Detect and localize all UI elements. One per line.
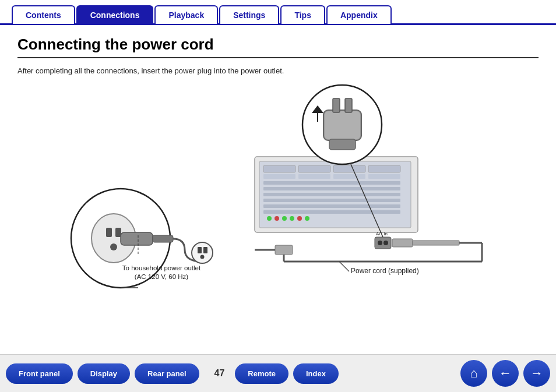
home-button[interactable]: ⌂ xyxy=(460,360,487,387)
svg-rect-46 xyxy=(198,247,202,253)
svg-point-45 xyxy=(192,242,213,263)
svg-rect-38 xyxy=(106,228,112,237)
svg-point-25 xyxy=(383,241,388,245)
svg-line-35 xyxy=(339,262,349,271)
display-button[interactable]: Display xyxy=(78,363,130,384)
svg-point-24 xyxy=(378,241,382,245)
svg-rect-15 xyxy=(263,210,400,214)
svg-rect-10 xyxy=(263,181,400,185)
nav-tabs: Contents Connections Playback Settings T… xyxy=(0,0,556,25)
svg-rect-11 xyxy=(263,187,400,190)
forward-arrow-icon: → xyxy=(530,366,543,381)
svg-rect-23 xyxy=(375,237,391,249)
svg-rect-26 xyxy=(392,239,413,247)
page-number: 47 xyxy=(214,368,225,379)
title-divider xyxy=(17,57,539,58)
svg-point-18 xyxy=(282,216,287,221)
svg-point-17 xyxy=(275,216,279,221)
tab-appendix[interactable]: Appendix xyxy=(326,5,392,24)
nav-icons: ⌂ ← → xyxy=(460,360,550,387)
svg-text:To household power outlet: To household power outlet xyxy=(122,264,201,271)
svg-rect-8 xyxy=(333,174,365,179)
remote-button[interactable]: Remote xyxy=(235,363,288,384)
tab-playback[interactable]: Playback xyxy=(154,5,218,24)
svg-rect-3 xyxy=(298,165,330,172)
svg-rect-12 xyxy=(263,193,400,196)
svg-point-21 xyxy=(305,216,309,221)
tab-contents[interactable]: Contents xyxy=(12,5,75,24)
rear-panel-button[interactable]: Rear panel xyxy=(135,363,199,384)
back-button[interactable]: ← xyxy=(492,360,519,387)
svg-rect-55 xyxy=(345,98,352,112)
power-cord-diagram: AC In Power cord (supplied) xyxy=(17,81,539,291)
svg-rect-13 xyxy=(263,199,400,202)
tab-tips[interactable]: Tips xyxy=(280,5,325,24)
svg-point-48 xyxy=(200,255,205,259)
svg-point-40 xyxy=(110,243,117,250)
tab-settings[interactable]: Settings xyxy=(219,5,279,24)
back-arrow-icon: ← xyxy=(499,366,512,381)
svg-rect-42 xyxy=(153,235,173,242)
forward-button[interactable]: → xyxy=(523,360,550,387)
page-title: Connecting the power cord xyxy=(17,36,539,54)
svg-rect-2 xyxy=(263,165,295,172)
svg-point-20 xyxy=(297,216,302,221)
svg-rect-47 xyxy=(203,247,207,253)
svg-point-16 xyxy=(267,216,272,221)
svg-rect-41 xyxy=(121,232,153,245)
svg-text:(AC 120 V, 60 Hz): (AC 120 V, 60 Hz) xyxy=(135,273,188,280)
description: After completing all the connections, in… xyxy=(17,66,539,75)
svg-rect-5 xyxy=(368,165,400,172)
home-icon: ⌂ xyxy=(470,366,477,381)
svg-point-19 xyxy=(290,216,294,221)
svg-rect-9 xyxy=(368,174,400,179)
svg-rect-56 xyxy=(329,139,356,150)
diagram-area: AC In Power cord (supplied) xyxy=(17,81,539,291)
svg-text:Power cord (supplied): Power cord (supplied) xyxy=(351,267,419,275)
index-button[interactable]: Index xyxy=(293,363,339,384)
front-panel-button[interactable]: Front panel xyxy=(6,363,73,384)
svg-rect-14 xyxy=(263,204,400,208)
svg-rect-54 xyxy=(333,98,340,112)
svg-rect-6 xyxy=(263,174,295,179)
svg-rect-4 xyxy=(333,165,365,172)
svg-rect-7 xyxy=(298,174,330,179)
main-content: Connecting the power cord After completi… xyxy=(0,25,556,296)
tab-connections[interactable]: Connections xyxy=(76,5,154,24)
svg-rect-53 xyxy=(325,111,360,139)
svg-rect-27 xyxy=(413,241,459,245)
svg-rect-32 xyxy=(275,245,293,255)
bottom-nav: Front panel Display Rear panel 47 Remote… xyxy=(0,354,556,392)
